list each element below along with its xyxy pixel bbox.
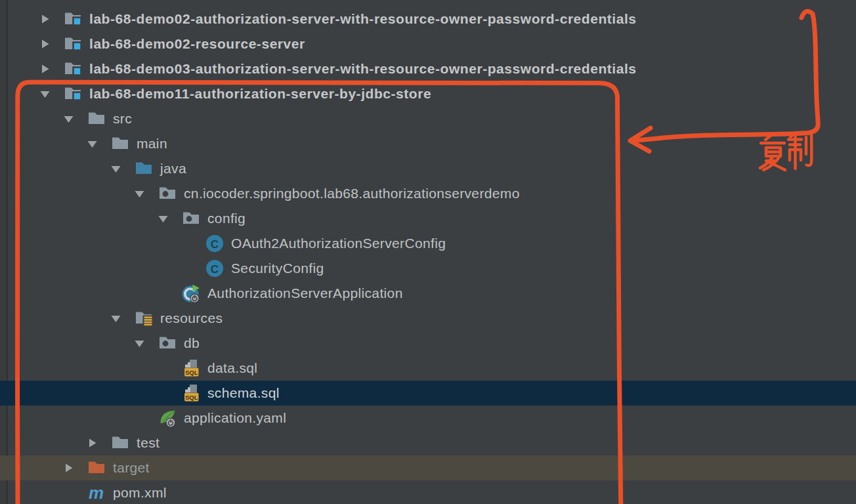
sql-file-icon: SQL bbox=[182, 382, 200, 404]
tree-row-lab-68-demo03-authorization-server-with-[interactable]: lab-68-demo03-authorization-server-with-… bbox=[0, 56, 856, 81]
svg-text:C: C bbox=[211, 263, 219, 276]
tree-row-label: SecurityConfig bbox=[231, 261, 324, 276]
collapsed-arrow-icon[interactable] bbox=[87, 438, 98, 449]
project-tree: lab-68-demo01-authorization-server-with-… bbox=[0, 0, 856, 504]
tree-row-db[interactable]: db bbox=[0, 331, 856, 356]
package-icon bbox=[158, 332, 177, 354]
expanded-arrow-icon[interactable] bbox=[134, 338, 145, 349]
tree-row-label: cn.iocoder.springboot.lab68.authorizatio… bbox=[184, 186, 520, 201]
tree-row-label: lab-68-demo01-authorization-server-with-… bbox=[89, 0, 504, 2]
tree-row-lab-68-demo11-authorization-server-by-jd[interactable]: lab-68-demo11-authorization-server-by-jd… bbox=[0, 81, 856, 106]
tree-row-label: target bbox=[113, 460, 150, 476]
class-icon: C bbox=[205, 257, 224, 280]
tree-row-oauth2authorizationserverconfig[interactable]: COAuth2AuthorizationServerConfig bbox=[0, 231, 856, 256]
module-folder-icon bbox=[64, 58, 82, 80]
sql-file-icon: SQL bbox=[182, 357, 200, 379]
class-icon: C bbox=[205, 232, 224, 255]
package-icon bbox=[158, 182, 177, 205]
expanded-arrow-icon[interactable] bbox=[110, 163, 121, 175]
tree-row-lab-68-demo02-resource-server[interactable]: lab-68-demo02-resource-server bbox=[0, 32, 856, 56]
tree-row-main[interactable]: main bbox=[0, 131, 856, 156]
svg-text:C: C bbox=[211, 238, 219, 251]
tree-row-label: test bbox=[137, 435, 160, 451]
folder-icon bbox=[111, 432, 129, 454]
module-folder-icon bbox=[64, 83, 82, 105]
boot-application-icon bbox=[182, 282, 200, 304]
expanded-arrow-icon[interactable] bbox=[39, 89, 51, 100]
maven-file-icon: m bbox=[87, 482, 106, 504]
tree-row-application-yaml[interactable]: application.yaml bbox=[0, 406, 856, 430]
tree-row-label: config bbox=[207, 211, 246, 226]
excluded-folder-icon bbox=[87, 457, 106, 479]
module-folder-icon bbox=[64, 8, 82, 30]
collapsed-arrow-icon[interactable] bbox=[39, 39, 51, 50]
tree-row-config[interactable]: config bbox=[0, 206, 856, 231]
tree-row-label: lab-68-demo03-authorization-server-with-… bbox=[89, 61, 637, 77]
tree-row-label: db bbox=[184, 335, 200, 351]
tree-row-test[interactable]: test bbox=[0, 430, 856, 455]
expanded-arrow-icon[interactable] bbox=[158, 213, 169, 224]
tree-row-securityconfig[interactable]: CSecurityConfig bbox=[0, 256, 856, 281]
tree-row-data-sql[interactable]: SQLdata.sql bbox=[0, 356, 856, 381]
source-folder-icon bbox=[135, 158, 153, 180]
tree-row-cn-iocoder-springboot-lab68-authorizatio[interactable]: cn.iocoder.springboot.lab68.authorizatio… bbox=[0, 181, 856, 206]
svg-text:SQL: SQL bbox=[185, 394, 198, 401]
spring-yaml-icon bbox=[158, 407, 177, 429]
tree-row-target[interactable]: target bbox=[0, 455, 856, 480]
folder-icon bbox=[87, 108, 106, 130]
expanded-arrow-icon[interactable] bbox=[110, 313, 121, 324]
expanded-arrow-icon[interactable] bbox=[87, 138, 98, 150]
collapsed-arrow-icon[interactable] bbox=[39, 64, 51, 75]
tree-row-label: lab-68-demo02-authorization-server-with-… bbox=[89, 11, 637, 27]
tree-row-lab-68-demo01-authorization-server-with-[interactable]: lab-68-demo01-authorization-server-with-… bbox=[0, 0, 856, 7]
expanded-arrow-icon[interactable] bbox=[134, 188, 145, 200]
tree-row-label: data.sql bbox=[207, 360, 257, 376]
tree-row-label: application.yaml bbox=[184, 410, 286, 426]
tree-row-java[interactable]: java bbox=[0, 156, 856, 181]
tree-row-label: OAuth2AuthorizationServerConfig bbox=[231, 236, 446, 251]
tree-row-label: resources bbox=[160, 310, 223, 326]
collapsed-arrow-icon[interactable] bbox=[39, 14, 51, 25]
tree-row-label: schema.sql bbox=[207, 385, 280, 401]
tree-row-lab-68-demo02-authorization-server-with-[interactable]: lab-68-demo02-authorization-server-with-… bbox=[0, 7, 856, 32]
module-folder-icon bbox=[64, 0, 82, 5]
tree-row-label: lab-68-demo11-authorization-server-by-jd… bbox=[89, 86, 431, 102]
tree-row-label: lab-68-demo02-resource-server bbox=[89, 36, 305, 52]
package-icon bbox=[182, 207, 200, 230]
svg-text:SQL: SQL bbox=[185, 369, 198, 376]
tree-row-label: main bbox=[137, 136, 167, 152]
tree-row-authorizationserverapplication[interactable]: AuthorizationServerApplication bbox=[0, 281, 856, 306]
tree-row-schema-sql[interactable]: SQLschema.sql bbox=[0, 381, 856, 406]
tree-row-label: src bbox=[113, 111, 132, 127]
folder-icon bbox=[111, 133, 129, 155]
module-folder-icon bbox=[64, 33, 82, 55]
expanded-arrow-icon[interactable] bbox=[63, 114, 74, 125]
tree-row-label: pom.xml bbox=[113, 485, 167, 501]
collapsed-arrow-icon[interactable] bbox=[63, 463, 74, 474]
svg-text:m: m bbox=[89, 483, 104, 503]
tree-row-label: java bbox=[160, 161, 186, 177]
tree-row-src[interactable]: src bbox=[0, 106, 856, 131]
resources-folder-icon bbox=[135, 307, 153, 329]
tree-row-label: AuthorizationServerApplication bbox=[207, 285, 403, 301]
tree-row-pom-xml[interactable]: mpom.xml bbox=[0, 480, 856, 504]
tree-row-resources[interactable]: resources bbox=[0, 306, 856, 331]
